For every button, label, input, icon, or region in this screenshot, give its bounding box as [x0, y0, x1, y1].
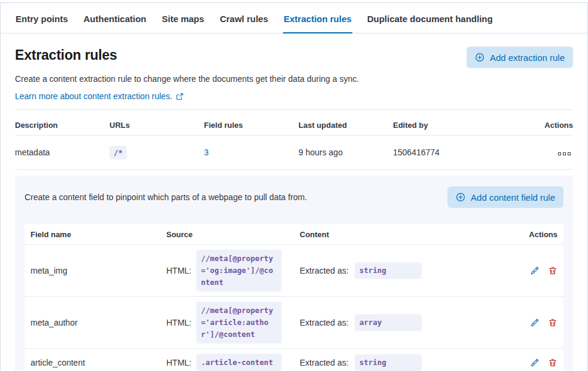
trash-icon: [548, 320, 557, 329]
column-header-edited-by: Edited by: [393, 121, 488, 130]
field-selector: .article-content: [196, 354, 282, 371]
page-description: Create a content extraction rule to chan…: [15, 74, 573, 84]
tab-extraction-rules[interactable]: Extraction rules: [283, 3, 352, 33]
source-type-label: HTML:: [166, 358, 191, 367]
learn-more-label: Learn more about content extraction rule…: [15, 91, 172, 101]
column-header-actions: Actions: [488, 121, 573, 130]
column-header-source: Source: [160, 230, 294, 239]
field-selector: //meta[@property='article:author']/@cont…: [196, 302, 282, 344]
source-type-label: HTML:: [166, 318, 191, 327]
pencil-icon: [530, 360, 540, 369]
learn-more-link[interactable]: Learn more about content extraction rule…: [15, 91, 184, 101]
tab-crawl-rules[interactable]: Crawl rules: [219, 3, 269, 33]
content-field-row: article_content HTML: .article-content E…: [25, 349, 563, 371]
delete-field-rule-button[interactable]: [546, 315, 560, 330]
panel-description: Create a content field to pinpoint which…: [25, 192, 307, 202]
extracted-as-label: Extracted as:: [300, 266, 349, 275]
plus-circle-icon: [475, 53, 485, 62]
edit-field-rule-button[interactable]: [528, 315, 542, 330]
tab-site-maps[interactable]: Site maps: [162, 3, 205, 33]
tab-bar: Entry points Authentication Site maps Cr…: [1, 3, 587, 33]
add-content-field-rule-label: Add content field rule: [471, 192, 555, 203]
column-header-field-name: Field name: [25, 230, 160, 239]
plus-circle-icon: [456, 192, 465, 202]
rule-last-updated: 9 hours ago: [298, 148, 393, 157]
trash-icon: [548, 360, 557, 369]
extracted-as-value: string: [355, 262, 422, 279]
page-header: Extraction rules Add extraction rule Cre…: [1, 33, 587, 101]
pencil-icon: [530, 268, 540, 277]
content-fields-panel-header: Create a content field to pinpoint which…: [25, 186, 563, 208]
column-header-content: Content: [294, 230, 516, 239]
content-fields-table-header: Field name Source Content Actions: [25, 224, 563, 245]
extraction-rules-table: Description URLs Field rules Last update…: [15, 110, 573, 170]
field-selector: //meta[@property='og:image']/@content: [196, 250, 282, 292]
content-field-row: meta_author HTML: //meta[@property='arti…: [25, 297, 563, 349]
add-extraction-rule-button[interactable]: Add extraction rule: [467, 47, 573, 68]
extracted-as-value: array: [355, 314, 422, 331]
extracted-as-label: Extracted as:: [300, 358, 349, 367]
field-name: article_content: [25, 358, 160, 367]
tab-authentication[interactable]: Authentication: [83, 3, 147, 33]
field-name: meta_img: [25, 266, 160, 275]
add-extraction-rule-label: Add extraction rule: [490, 53, 565, 63]
field-rules-count-link[interactable]: 3: [204, 148, 209, 157]
delete-field-rule-button[interactable]: [546, 355, 560, 370]
pencil-icon: [530, 320, 540, 329]
extracted-as-value: string: [355, 354, 422, 371]
field-name: meta_author: [25, 318, 160, 327]
tab-entry-points[interactable]: Entry points: [15, 3, 69, 33]
extraction-rules-table-header: Description URLs Field rules Last update…: [15, 110, 573, 136]
page-title: Extraction rules: [15, 47, 117, 63]
add-content-field-rule-button[interactable]: Add content field rule: [447, 186, 563, 208]
column-header-field-rules: Field rules: [204, 121, 298, 130]
content-fields-table: Field name Source Content Actions meta_i…: [25, 224, 563, 371]
column-header-actions: Actions: [516, 230, 563, 239]
rule-edited-by: 1506416774: [393, 148, 488, 157]
content-field-row: meta_img HTML: //meta[@property='og:imag…: [25, 245, 563, 297]
column-header-urls: URLs: [109, 121, 204, 130]
delete-field-rule-button[interactable]: [546, 263, 560, 278]
column-header-description: Description: [15, 121, 109, 130]
tab-duplicate-document-handling[interactable]: Duplicate document handling: [367, 3, 493, 33]
trash-icon: [548, 268, 557, 277]
edit-field-rule-button[interactable]: [528, 355, 542, 370]
boxes-horizontal-icon: [558, 152, 571, 155]
source-type-label: HTML:: [166, 266, 191, 275]
rule-url-pattern: /*: [109, 146, 127, 160]
external-link-icon: [176, 93, 184, 100]
content-fields-panel: Create a content field to pinpoint which…: [15, 176, 573, 371]
rule-description: metadata: [15, 148, 109, 157]
row-actions-menu-button[interactable]: [556, 150, 573, 158]
edit-field-rule-button[interactable]: [528, 263, 542, 278]
extracted-as-label: Extracted as:: [300, 318, 349, 327]
extraction-rule-row: metadata /* 3 9 hours ago 1506416774: [15, 136, 573, 170]
crawler-config-page: Entry points Authentication Site maps Cr…: [0, 2, 588, 371]
column-header-last-updated: Last updated: [298, 121, 393, 130]
